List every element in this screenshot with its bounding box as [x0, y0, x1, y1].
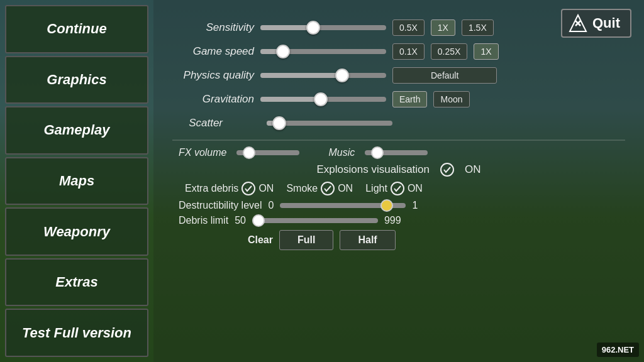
- physics-quality-default[interactable]: Default: [392, 67, 497, 84]
- test-full-version-button[interactable]: Test Full version: [5, 309, 148, 357]
- scatter-slider[interactable]: [267, 121, 392, 126]
- watermark: 962.NET: [597, 343, 639, 357]
- gravitation-earth[interactable]: Earth: [392, 91, 427, 107]
- sidebar: Continue Graphics Gameplay Maps Weaponry…: [0, 0, 153, 362]
- destructibility-label: Destructibility level: [179, 200, 262, 211]
- destructibility-slider[interactable]: [280, 203, 406, 208]
- explosions-value: ON: [465, 163, 481, 176]
- quit-label: Quit: [592, 15, 620, 31]
- half-button[interactable]: Half: [340, 230, 395, 250]
- gravitation-label: Gravitation: [172, 93, 254, 106]
- extra-debris-item: Extra debris ON: [185, 181, 274, 196]
- graphics-button[interactable]: Graphics: [5, 56, 148, 104]
- physics-quality-slider[interactable]: [260, 73, 386, 78]
- destructibility-max: 1: [412, 200, 418, 211]
- gameplay-button[interactable]: Gameplay: [5, 106, 148, 155]
- settings-area: Sensitivity 0.5X 1X 1.5X Game speed 0.1X…: [172, 18, 625, 250]
- extra-debris-label: Extra debris: [185, 183, 238, 194]
- destructibility-row: Destructibility level 0 1: [172, 200, 625, 211]
- explosions-row: Explosions visualisation ON: [172, 162, 625, 177]
- svg-point-6: [391, 182, 404, 195]
- game-speed-slider[interactable]: [260, 49, 386, 54]
- svg-point-4: [242, 182, 255, 195]
- maps-button[interactable]: Maps: [5, 157, 148, 206]
- debris-limit-row: Debris limit 50 999: [172, 215, 625, 226]
- sensitivity-row: Sensitivity 0.5X 1X 1.5X: [172, 18, 625, 38]
- sensitivity-label: Sensitivity: [172, 21, 254, 34]
- smoke-value: ON: [338, 183, 353, 194]
- quit-button[interactable]: Quit: [561, 9, 631, 38]
- game-speed-0-25x[interactable]: 0.25X: [431, 43, 468, 60]
- svg-point-5: [321, 182, 334, 195]
- gravitation-slider[interactable]: [260, 97, 386, 102]
- scatter-row: Scatter: [172, 113, 625, 133]
- game-speed-row: Game speed 0.1X 0.25X 1X: [172, 41, 625, 62]
- sensitivity-1x[interactable]: 1X: [431, 19, 455, 36]
- light-value: ON: [408, 183, 423, 194]
- sensitivity-slider[interactable]: [260, 25, 386, 30]
- quit-icon: [569, 14, 587, 33]
- svg-point-3: [441, 163, 453, 176]
- debris-limit-max: 999: [384, 215, 401, 226]
- fx-volume-slider[interactable]: [236, 150, 299, 155]
- physics-quality-row: Physics quality Default: [172, 65, 625, 85]
- divider-1: [172, 140, 625, 141]
- fx-music-row: FX volume Music: [172, 147, 625, 158]
- gravitation-moon[interactable]: Moon: [433, 91, 469, 107]
- continue-button[interactable]: Continue: [5, 5, 148, 53]
- physics-quality-label: Physics quality: [172, 69, 254, 82]
- light-icon: [390, 181, 405, 196]
- fx-volume-label: FX volume: [179, 147, 226, 158]
- game-speed-0-1x[interactable]: 0.1X: [392, 43, 425, 60]
- sensitivity-1-5x[interactable]: 1.5X: [462, 19, 494, 36]
- light-label: Light: [365, 183, 387, 194]
- extras-button[interactable]: Extras: [5, 258, 148, 307]
- check-row: Extra debris ON Smoke ON Light: [172, 181, 625, 196]
- light-item: Light ON: [365, 181, 423, 196]
- full-button[interactable]: Full: [279, 230, 333, 250]
- destructibility-min: 0: [268, 200, 274, 211]
- sensitivity-0-5x[interactable]: 0.5X: [392, 19, 425, 36]
- game-speed-label: Game speed: [172, 45, 254, 58]
- main-content: Quit Sensitivity 0.5X 1X 1.5X Game speed…: [153, 0, 644, 362]
- gravitation-row: Gravitation Earth Moon: [172, 89, 625, 109]
- smoke-icon: [320, 181, 335, 196]
- extra-debris-value: ON: [258, 183, 274, 194]
- debris-limit-slider[interactable]: [252, 218, 378, 223]
- explosions-check-icon: [440, 162, 455, 177]
- smoke-item: Smoke ON: [286, 181, 353, 196]
- debris-limit-label: Debris limit: [179, 215, 228, 226]
- music-slider[interactable]: [365, 150, 428, 155]
- extra-debris-icon: [241, 181, 256, 196]
- explosions-label: Explosions visualisation: [316, 163, 430, 176]
- smoke-label: Smoke: [286, 183, 318, 194]
- music-label: Music: [328, 147, 355, 158]
- clear-label: Clear: [179, 234, 273, 246]
- scatter-label: Scatter: [172, 117, 223, 129]
- weaponry-button[interactable]: Weaponry: [5, 207, 148, 256]
- bottom-buttons-row: Clear Full Half: [172, 230, 625, 250]
- debris-limit-min: 50: [235, 215, 246, 226]
- game-speed-1x[interactable]: 1X: [474, 43, 498, 60]
